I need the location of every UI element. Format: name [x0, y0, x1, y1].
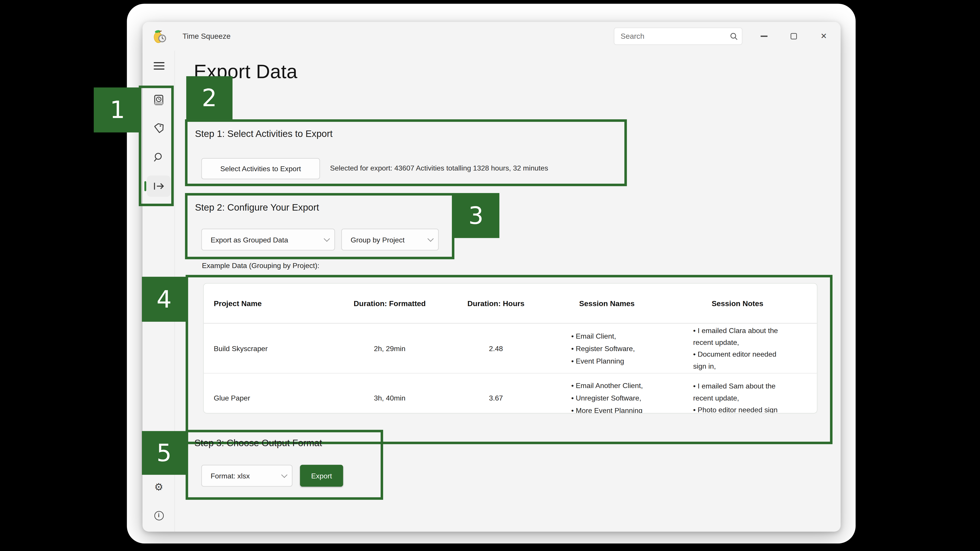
- sidebar-item-about[interactable]: i: [147, 505, 170, 526]
- minimize-icon: [760, 36, 767, 37]
- format-dropdown[interactable]: Format: xlsx: [201, 465, 293, 487]
- cell-project: Glue Paper: [204, 394, 338, 402]
- close-icon: ✕: [821, 32, 827, 40]
- search-icon: [725, 32, 742, 41]
- screenshot-stage: Time Squeeze ✕: [0, 0, 980, 551]
- sidebar-item-settings[interactable]: ⚙: [147, 476, 170, 497]
- cell-duration-formatted: 3h, 40min: [338, 394, 441, 402]
- col-header-duration-formatted: Duration: Formatted: [338, 299, 441, 308]
- table-row: Glue Paper 3h, 40min 3.67 • Email Anothe…: [204, 373, 817, 413]
- annotation-number-3: 3: [453, 193, 500, 238]
- cell-session-names: • Email Client, • Register Software, • E…: [550, 329, 663, 367]
- col-header-duration-hours: Duration: Hours: [441, 299, 550, 308]
- cell-session-names: • Email Another Client, • Unregister Sof…: [550, 379, 663, 413]
- app-window: Time Squeeze ✕: [143, 22, 841, 532]
- export-button[interactable]: Export: [300, 465, 343, 487]
- step2-heading: Step 2: Configure Your Export: [195, 202, 319, 213]
- annotation-number-1: 1: [94, 87, 141, 132]
- example-data-label: Example Data (Grouping by Project):: [202, 262, 319, 269]
- cell-duration-formatted: 2h, 29min: [338, 345, 441, 352]
- title-bar: Time Squeeze ✕: [143, 22, 841, 51]
- minimize-button[interactable]: [751, 27, 776, 46]
- search-input[interactable]: [614, 32, 725, 41]
- col-header-session-names: Session Names: [550, 299, 663, 308]
- maximize-icon: [791, 33, 797, 40]
- close-button[interactable]: ✕: [811, 27, 836, 46]
- annotation-number-2: 2: [186, 76, 232, 119]
- example-data-table: Project Name Duration: Formatted Duratio…: [203, 283, 818, 413]
- cell-duration-hours: 2.48: [441, 345, 550, 352]
- table-header-row: Project Name Duration: Formatted Duratio…: [204, 284, 817, 324]
- chevron-down-icon: [281, 472, 288, 478]
- chevron-down-icon: [427, 235, 434, 242]
- cell-duration-hours: 3.67: [441, 394, 550, 402]
- chevron-down-icon: [324, 235, 330, 242]
- step3-heading: Step 3: Choose Output Format: [194, 437, 322, 448]
- select-activities-button[interactable]: Select Activities to Export: [201, 158, 320, 179]
- cell-project: Build Skyscraper: [204, 345, 338, 352]
- col-header-project-name: Project Name: [204, 299, 338, 308]
- annotation-outline-sidebar: [139, 86, 174, 206]
- hamburger-menu-button[interactable]: [147, 55, 170, 76]
- format-value: Format: xlsx: [211, 472, 250, 480]
- export-mode-dropdown[interactable]: Export as Grouped Data: [201, 229, 335, 251]
- cell-session-notes: • I emailed Clara about the recent updat…: [663, 325, 817, 372]
- app-title: Time Squeeze: [182, 22, 231, 51]
- hamburger-icon: [153, 62, 164, 70]
- search-box[interactable]: [614, 27, 743, 45]
- col-header-session-notes: Session Notes: [663, 299, 817, 308]
- export-selection-status: Selected for export: 43607 Activities to…: [330, 164, 548, 172]
- table-row: Build Skyscraper 2h, 29min 2.48 • Email …: [204, 324, 817, 373]
- group-by-value: Group by Project: [351, 236, 404, 243]
- info-icon: i: [154, 511, 164, 520]
- cell-session-notes: • I emailed Sam about the recent update,…: [663, 380, 817, 414]
- settings-gear-icon: ⚙: [154, 481, 163, 492]
- app-lemon-clock-icon: [151, 27, 169, 45]
- annotation-number-5: 5: [142, 431, 186, 475]
- maximize-button[interactable]: [781, 27, 806, 46]
- export-mode-value: Export as Grouped Data: [211, 236, 288, 243]
- step1-heading: Step 1: Select Activities to Export: [195, 128, 333, 139]
- group-by-dropdown[interactable]: Group by Project: [341, 229, 439, 251]
- annotation-number-4: 4: [142, 277, 186, 322]
